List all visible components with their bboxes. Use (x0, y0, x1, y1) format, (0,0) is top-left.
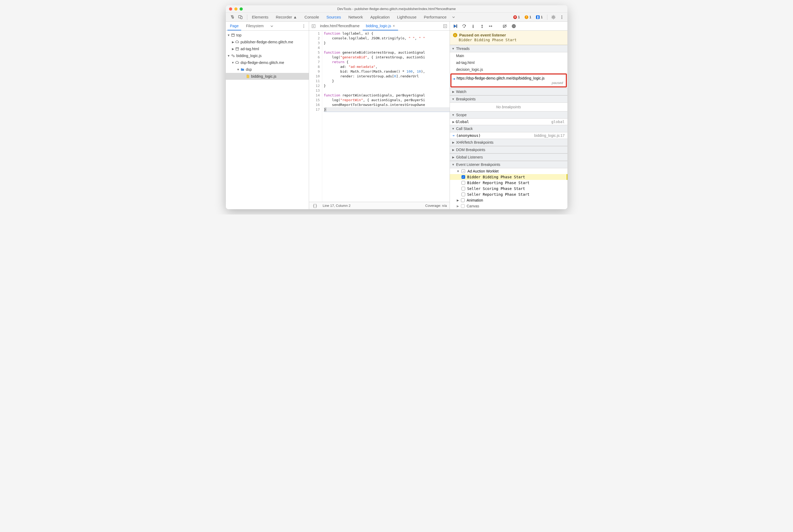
settings-button[interactable] (550, 14, 557, 21)
thread-active-url: https://dsp-fledge-demo.glitch.me/dsp/bi… (457, 76, 563, 80)
svg-point-6 (303, 24, 304, 25)
issue-count[interactable]: ❚ 1 (534, 15, 544, 20)
resume-button[interactable] (451, 23, 459, 29)
elb-seller-scoring-start[interactable]: Seller Scoring Phase Start (450, 186, 567, 191)
editor-pane: index.html?fencedframe bidding_logic.js … (309, 22, 450, 209)
nav-options-button[interactable] (300, 23, 307, 30)
elb-category-canvas[interactable]: ▶ Canvas (450, 203, 567, 209)
navigator-tabs: Page Filesystem (226, 22, 309, 31)
section-callstack[interactable]: ▼Call Stack (450, 125, 567, 132)
section-scope[interactable]: ▼Scope (450, 111, 567, 119)
device-toolbar-button[interactable] (237, 14, 244, 21)
section-elb[interactable]: ▼Event Listener Breakpoints (450, 161, 567, 168)
cursor-position: Line 17, Column 2 (323, 204, 351, 208)
devtools-window: DevTools - publisher-fledge-demo.glitch.… (226, 5, 567, 209)
checkbox-icon[interactable] (461, 187, 465, 190)
callstack-frame[interactable]: ➔(anonymous) bidding_logic.js:17 (450, 132, 567, 139)
pretty-print-button[interactable]: {} (312, 202, 319, 209)
gear-icon (231, 54, 235, 58)
thread-main[interactable]: Main (450, 52, 567, 59)
tree-folder-dsp[interactable]: ▼ dsp (226, 66, 309, 73)
frame-icon (231, 33, 235, 37)
close-tab-button[interactable]: × (393, 24, 395, 28)
minimize-window-button[interactable] (234, 7, 238, 11)
paused-title-text: Paused on event listener (459, 33, 506, 37)
section-watch[interactable]: ▶Watch (450, 88, 567, 95)
threads-list: Main ad-tag.html decision_logic.js ➔ htt… (450, 52, 567, 88)
tab-performance[interactable]: Performance (420, 13, 450, 22)
svg-point-21 (489, 26, 490, 26)
tree-domain-dsp[interactable]: ▼ dsp-fledge-demo.glitch.me (226, 59, 309, 66)
section-dom-label: DOM Breakpoints (456, 148, 485, 152)
checkbox-icon[interactable] (461, 193, 465, 196)
pause-on-exceptions-button[interactable] (510, 23, 517, 29)
editor-nav-button[interactable] (310, 23, 317, 30)
elb-category-ad-auction[interactable]: ▼ − Ad Auction Worklet (450, 168, 567, 174)
inspect-element-button[interactable] (229, 14, 236, 21)
tree-frame-top[interactable]: ▼ top (226, 32, 309, 39)
step-button[interactable] (487, 23, 495, 29)
step-out-button[interactable] (478, 23, 486, 29)
checkbox-checked-icon[interactable]: ✓ (461, 175, 465, 179)
tree-file-adtag[interactable]: ▶ ad-tag.html (226, 45, 309, 52)
nav-tab-filesystem[interactable]: Filesystem (243, 22, 266, 31)
thread-active-highlighted[interactable]: ➔ https://dsp-fledge-demo.glitch.me/dsp/… (450, 73, 567, 88)
editor-more-button[interactable] (442, 23, 449, 30)
cloud-icon (235, 40, 240, 44)
elb-bidder-reporting-start[interactable]: Bidder Reporting Phase Start (450, 180, 567, 186)
tab-recorder[interactable]: Recorder ▲ (272, 13, 301, 22)
scope-global-row[interactable]: ▶Global global (450, 119, 567, 125)
tree-file-bidding-logic[interactable]: bidding_logic.js (226, 73, 309, 80)
section-breakpoints-label: Breakpoints (456, 97, 476, 101)
svg-rect-17 (456, 24, 457, 28)
section-dom[interactable]: ▶DOM Breakpoints (450, 146, 567, 153)
editor-tab-index[interactable]: index.html?fencedframe (317, 22, 363, 31)
maximize-window-button[interactable] (240, 7, 243, 11)
svg-point-3 (561, 15, 562, 16)
elb-seller-reporting-start[interactable]: Seller Reporting Phase Start (450, 191, 567, 197)
step-into-button[interactable] (469, 23, 477, 29)
tab-elements[interactable]: Elements (248, 13, 272, 22)
tab-network[interactable]: Network (345, 13, 367, 22)
elb-bidder-bidding-start[interactable]: ✓ Bidder Bidding Phase Start (450, 174, 567, 180)
step-over-button[interactable] (460, 23, 468, 29)
checkbox-icon[interactable] (461, 204, 465, 208)
editor-tab-bidding-logic[interactable]: bidding_logic.js × (363, 22, 398, 31)
editor-body[interactable]: 1234567891011121314151617 function log(l… (309, 31, 450, 202)
code-area[interactable]: function log(label, o) { console.log(lab… (322, 31, 450, 202)
elb-category-animation[interactable]: ▶ Animation (450, 197, 567, 203)
checkbox-icon[interactable] (461, 198, 465, 202)
line-gutter[interactable]: 1234567891011121314151617 (309, 31, 322, 202)
nav-tab-page[interactable]: Page (227, 22, 242, 31)
deactivate-breakpoints-button[interactable] (501, 23, 509, 29)
section-breakpoints[interactable]: ▼Breakpoints (450, 95, 567, 103)
navigator-tree[interactable]: ▼ top ▶ publisher-fledge-demo.glitch.me … (226, 31, 309, 209)
thread-adtag[interactable]: ad-tag.html (450, 59, 567, 66)
section-threads[interactable]: ▼Threads (450, 45, 567, 52)
close-window-button[interactable] (229, 7, 232, 11)
tree-worklet[interactable]: ▼ bidding_logic.js (226, 52, 309, 59)
error-count-value: 1 (518, 15, 520, 19)
tab-application[interactable]: Application (367, 13, 393, 22)
arrow-right-icon: ➔ (453, 133, 455, 138)
error-count[interactable]: ✕ 1 (512, 15, 522, 20)
tree-domain-publisher[interactable]: ▶ publisher-fledge-demo.glitch.me (226, 39, 309, 45)
traffic-lights (229, 7, 243, 11)
content-area: Page Filesystem ▼ top ▶ (226, 22, 567, 209)
section-xhr[interactable]: ▶XHR/fetch Breakpoints (450, 139, 567, 146)
tab-console[interactable]: Console (301, 13, 323, 22)
more-tabs-button[interactable] (450, 14, 457, 21)
frame-icon (235, 47, 240, 51)
nav-more-tabs-button[interactable] (268, 23, 275, 30)
thread-decision[interactable]: decision_logic.js (450, 66, 567, 73)
issue-count-value: 1 (541, 15, 543, 19)
tab-lighthouse[interactable]: Lighthouse (393, 13, 420, 22)
more-options-button[interactable] (559, 14, 565, 21)
elb-item-3-label: Seller Reporting Phase Start (467, 192, 530, 196)
warning-count[interactable]: ! 1 (523, 15, 533, 20)
tab-sources[interactable]: Sources (323, 13, 345, 22)
svg-point-18 (464, 27, 465, 27)
checkbox-icon[interactable] (461, 181, 465, 185)
svg-point-4 (561, 17, 562, 17)
section-global-listeners[interactable]: ▶Global Listeners (450, 153, 567, 161)
